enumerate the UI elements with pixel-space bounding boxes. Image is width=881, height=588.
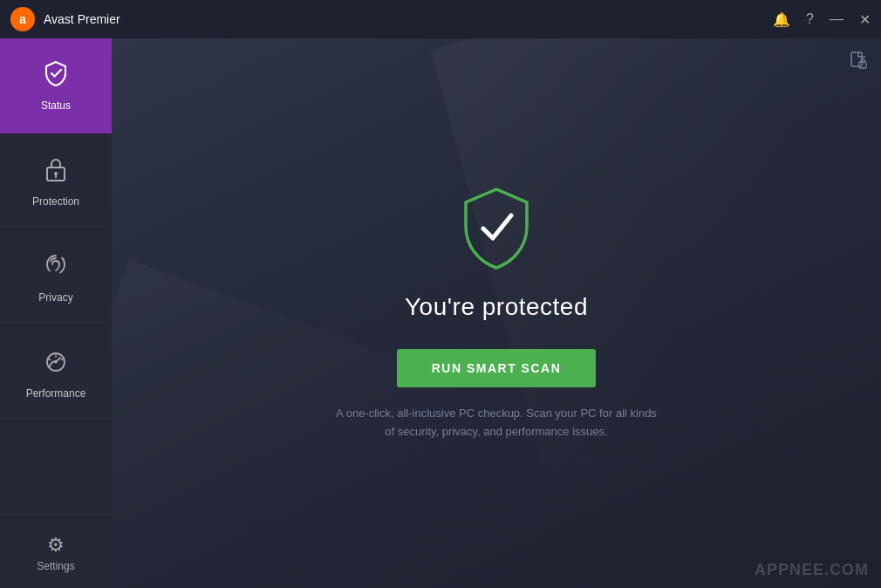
run-smart-scan-button[interactable]: RUN SMART SCAN: [397, 349, 597, 387]
svg-text:a: a: [19, 12, 26, 26]
window-controls: 🔔 ? — ✕: [773, 11, 871, 28]
svg-point-3: [54, 172, 58, 175]
shield-icon: [43, 60, 69, 92]
svg-rect-9: [859, 62, 866, 68]
status-text: You're protected: [405, 293, 588, 321]
sidebar-item-settings[interactable]: ⚙ Settings: [0, 517, 112, 588]
close-button[interactable]: ✕: [859, 11, 871, 28]
sidebar-privacy-label: Privacy: [38, 291, 72, 304]
svg-rect-8: [851, 52, 862, 66]
protection-shield: [457, 185, 536, 272]
fingerprint-icon: [43, 252, 69, 284]
help-icon[interactable]: ?: [806, 11, 814, 27]
sidebar-item-performance[interactable]: Performance: [0, 326, 112, 422]
sidebar-item-status[interactable]: Status: [0, 38, 112, 134]
sidebar-item-protection[interactable]: Protection: [0, 134, 112, 230]
main-content: You're protected RUN SMART SCAN A one-cl…: [112, 38, 881, 588]
app-title: Avast Premier: [44, 12, 773, 26]
sidebar-performance-label: Performance: [26, 387, 86, 400]
status-container: You're protected RUN SMART SCAN A one-cl…: [331, 185, 662, 441]
minimize-button[interactable]: —: [830, 11, 843, 27]
bell-icon[interactable]: 🔔: [773, 11, 790, 28]
sidebar-settings-label: Settings: [37, 560, 74, 572]
speedometer-icon: [43, 348, 69, 380]
sidebar: Status Protection: [0, 38, 112, 588]
watermark: APPNEE.COM: [755, 561, 869, 579]
title-bar: a Avast Premier 🔔 ? — ✕: [0, 0, 881, 38]
lock-icon: [44, 156, 67, 188]
scan-description: A one-click, all-inclusive PC checkup. S…: [331, 405, 662, 441]
avast-logo: a: [10, 7, 35, 31]
sidebar-item-privacy[interactable]: Privacy: [0, 230, 112, 326]
sidebar-spacer: [0, 422, 112, 517]
sidebar-protection-label: Protection: [32, 195, 79, 208]
sidebar-status-label: Status: [41, 99, 71, 112]
svg-point-7: [55, 361, 58, 364]
main-layout: Status Protection: [0, 38, 881, 588]
corner-file-icon[interactable]: [848, 51, 869, 77]
settings-icon: ⚙: [47, 534, 65, 557]
